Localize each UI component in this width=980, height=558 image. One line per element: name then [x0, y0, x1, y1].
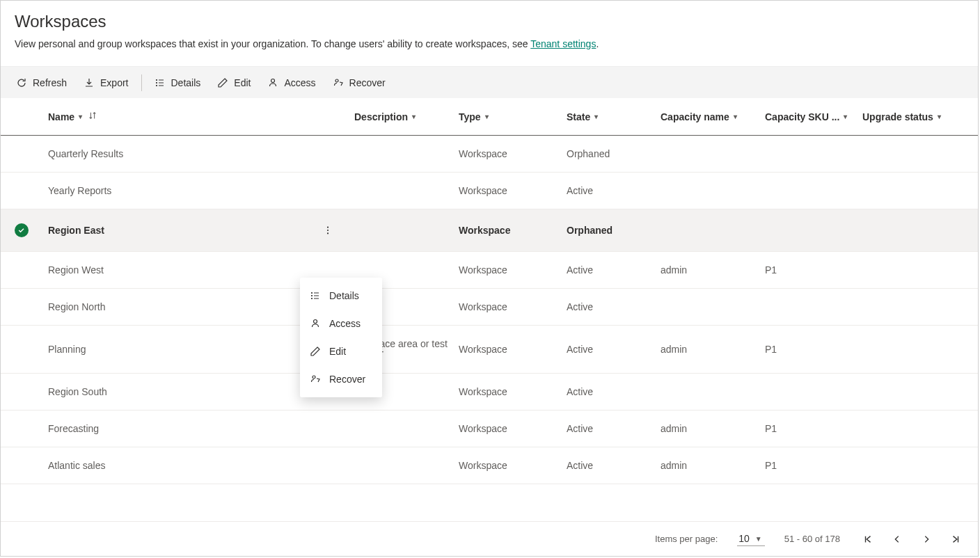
cell-upgrade-status	[857, 252, 978, 289]
first-page-button[interactable]	[860, 531, 876, 548]
svg-point-11	[314, 320, 317, 324]
next-page-button[interactable]	[918, 531, 935, 548]
cell-upgrade-status	[857, 173, 978, 209]
cell-state: Orphaned	[561, 209, 655, 252]
cell-capacity-sku	[759, 289, 857, 326]
table-row[interactable]: ForecastingWorkspaceActiveadminP1	[1, 410, 978, 447]
cell-name: Planning	[42, 326, 314, 374]
svg-point-7	[327, 232, 329, 234]
cell-type: Workspace	[453, 326, 561, 374]
col-header-state[interactable]: State▾	[561, 98, 655, 136]
table-row[interactable]: Region EastWorkspaceOrphaned	[1, 209, 978, 252]
cell-upgrade-status	[857, 374, 978, 410]
cell-type: Workspace	[453, 173, 561, 209]
cell-state: Active	[561, 374, 655, 410]
prev-page-button[interactable]	[889, 531, 906, 548]
table-row[interactable]: Region SouthWorkspaceActive	[1, 374, 978, 410]
details-button[interactable]: Details	[146, 73, 210, 93]
col-header-name[interactable]: Name ▾	[42, 98, 314, 136]
items-per-page-label: Items per page:	[655, 534, 718, 544]
items-per-page-select[interactable]: 10 ▼	[737, 532, 764, 546]
svg-point-6	[327, 230, 329, 231]
download-icon	[84, 77, 95, 88]
refresh-icon	[16, 77, 27, 88]
access-icon	[267, 77, 278, 88]
last-page-button[interactable]	[947, 531, 964, 548]
cell-type: Workspace	[453, 136, 561, 173]
cell-state: Active	[561, 173, 655, 209]
col-header-type[interactable]: Type▾	[453, 98, 561, 136]
svg-point-12	[313, 376, 315, 378]
cell-capacity-name	[655, 209, 759, 252]
details-list-icon	[155, 77, 166, 88]
menu-item-details[interactable]: Details	[300, 282, 382, 310]
toolbar: Refresh Export Details Edit Access	[1, 66, 978, 98]
menu-item-access[interactable]: Access	[300, 310, 382, 337]
cell-capacity-name	[655, 136, 759, 173]
col-header-capacity-sku[interactable]: Capacity SKU ...▾	[759, 98, 857, 136]
table-row[interactable]: Yearly ReportsWorkspaceActive	[1, 173, 978, 209]
recover-label: Recover	[349, 77, 386, 88]
cell-type: Workspace	[453, 447, 561, 484]
col-cap-label: Capacity name	[661, 111, 729, 122]
table-row[interactable]: PlanningorkSpace area or test in BBTWork…	[1, 326, 978, 374]
table-row[interactable]: Region NorthWorkspaceActive	[1, 289, 978, 326]
chevron-down-icon: ▾	[938, 113, 941, 120]
cell-state: Orphaned	[561, 136, 655, 173]
cell-capacity-sku: P1	[759, 252, 857, 289]
svg-point-8	[312, 293, 313, 294]
recover-button[interactable]: Recover	[324, 73, 394, 93]
export-button[interactable]: Export	[75, 73, 136, 93]
pagination-bar: Items per page: 10 ▼ 51 - 60 of 178	[1, 521, 978, 556]
svg-point-10	[312, 298, 313, 299]
refresh-label: Refresh	[33, 77, 67, 88]
svg-point-9	[312, 296, 313, 296]
desc-suffix: .	[596, 38, 599, 49]
table-row[interactable]: Quarterly ResultsWorkspaceOrphaned	[1, 136, 978, 173]
svg-point-1	[156, 82, 157, 83]
cell-upgrade-status	[857, 289, 978, 326]
cell-description	[349, 447, 453, 484]
cell-description	[349, 410, 453, 447]
cell-upgrade-status	[857, 209, 978, 252]
access-label: Access	[284, 77, 315, 88]
export-label: Export	[100, 77, 128, 88]
col-state-label: State	[567, 111, 590, 122]
chevron-down-icon: ▾	[79, 113, 82, 120]
col-upg-label: Upgrade status	[862, 111, 933, 122]
more-options-button[interactable]	[319, 222, 336, 239]
cell-capacity-name: admin	[655, 447, 759, 484]
edit-icon	[310, 346, 321, 357]
cell-name: Yearly Reports	[42, 173, 314, 209]
refresh-button[interactable]: Refresh	[8, 73, 75, 93]
menu-recover-label: Recover	[329, 374, 365, 385]
cell-name: Forecasting	[42, 410, 314, 447]
edit-button[interactable]: Edit	[209, 73, 259, 93]
col-header-capacity-name[interactable]: Capacity name▾	[655, 98, 759, 136]
menu-item-edit[interactable]: Edit	[300, 337, 382, 365]
table-row[interactable]: Atlantic salesWorkspaceActiveadminP1	[1, 447, 978, 484]
page-description: View personal and group workspaces that …	[15, 38, 964, 49]
svg-point-3	[271, 79, 275, 82]
cell-upgrade-status	[857, 136, 978, 173]
cell-type: Workspace	[453, 289, 561, 326]
details-label: Details	[171, 77, 201, 88]
menu-item-recover[interactable]: Recover	[300, 365, 382, 393]
table-row[interactable]: Region WestWorkspaceActiveadminP1	[1, 252, 978, 289]
tenant-settings-link[interactable]: Tenant settings	[530, 38, 596, 49]
access-button[interactable]: Access	[259, 73, 324, 93]
cell-upgrade-status	[857, 447, 978, 484]
col-header-upgrade-status[interactable]: Upgrade status▾	[857, 98, 978, 136]
chevron-down-icon: ▾	[844, 113, 847, 120]
toolbar-divider	[141, 74, 142, 91]
menu-access-label: Access	[329, 318, 361, 329]
chevron-down-icon: ▾	[594, 113, 598, 120]
col-header-description[interactable]: Description▾	[349, 98, 453, 136]
menu-details-label: Details	[329, 290, 359, 301]
sort-icon	[88, 111, 97, 122]
cell-capacity-name: admin	[655, 410, 759, 447]
cell-capacity-name: admin	[655, 252, 759, 289]
cell-capacity-sku	[759, 173, 857, 209]
chevron-down-icon: ▾	[412, 113, 416, 120]
cell-name: Quarterly Results	[42, 136, 314, 173]
